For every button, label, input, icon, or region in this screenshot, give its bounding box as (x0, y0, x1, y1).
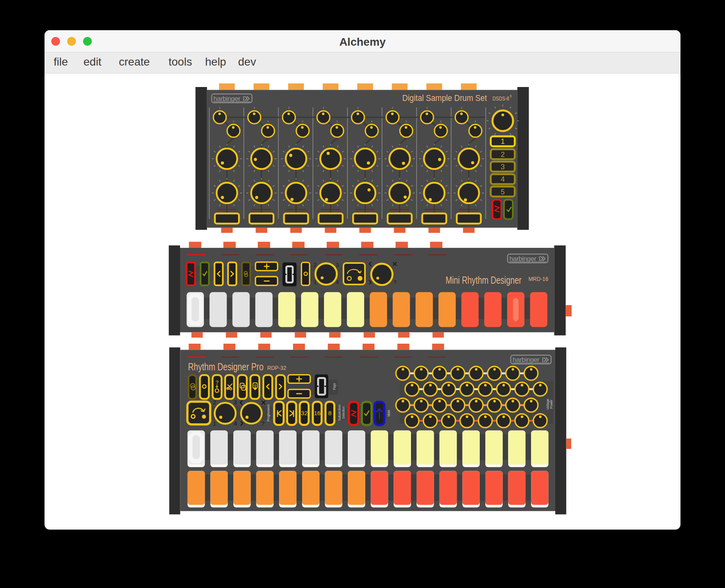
svg-text:RDP-32: RDP-32 (267, 364, 286, 371)
svg-text:Mute: Mute (386, 410, 391, 417)
svg-text:1: 1 (213, 420, 216, 427)
svg-text:?: ? (215, 379, 218, 385)
svg-text:?: ? (394, 279, 396, 285)
svg-text:3: 3 (501, 163, 505, 171)
svg-text:8: 8 (328, 410, 331, 416)
svg-text:3: 3 (510, 94, 512, 98)
svg-text:16: 16 (314, 410, 321, 416)
svg-text:DSDS-8: DSDS-8 (492, 95, 509, 102)
svg-text:Power: Power (549, 400, 553, 409)
svg-text:Rhythm Designer Pro: Rhythm Designer Pro (188, 361, 264, 373)
svg-text:Page: Page (332, 383, 336, 390)
svg-text:3: 3 (234, 399, 237, 406)
svg-text:32: 32 (301, 410, 308, 416)
svg-text:2: 2 (314, 262, 316, 268)
svg-text:harbinger: harbinger (510, 255, 537, 263)
svg-text:MRD-16: MRD-16 (528, 275, 548, 282)
svg-text:4: 4 (234, 420, 237, 427)
svg-text:harbinger: harbinger (213, 95, 240, 103)
svg-text:Progression: Progression (266, 404, 270, 422)
svg-text:3: 3 (336, 262, 339, 268)
svg-text:4: 4 (336, 279, 339, 285)
svg-text:5: 5 (501, 188, 505, 196)
svg-text:4: 4 (501, 175, 505, 183)
svg-text:2: 2 (501, 151, 505, 159)
svg-text:Selection: Selection (341, 406, 345, 419)
svg-text:2: 2 (213, 399, 216, 406)
svg-text:1: 1 (501, 137, 505, 145)
svg-text:Digital Sample Drum Set: Digital Sample Drum Set (402, 93, 487, 103)
svg-text:1: 1 (314, 279, 316, 285)
svg-text:?: ? (261, 420, 264, 427)
svg-text:Mini Rhythm Designer: Mini Rhythm Designer (446, 274, 521, 286)
svg-text:harbinger: harbinger (513, 356, 540, 364)
